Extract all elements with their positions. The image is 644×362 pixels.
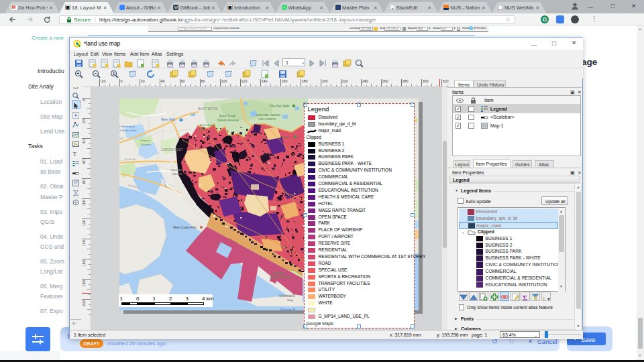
svg-text:Chinese: Chinese <box>140 139 151 142</box>
svg-text:Natur...: Natur... <box>199 127 208 131</box>
svg-text:PANDAN: PANDAN <box>170 168 182 172</box>
svg-text:+: + <box>77 71 80 76</box>
svg-text:Nature Reserve: Nature Reserve <box>270 276 292 279</box>
svg-text:Labrador: Labrador <box>272 272 285 275</box>
svg-text:Haw: Haw <box>215 242 222 245</box>
svg-text:Bukit Timah: Bukit Timah <box>219 115 236 118</box>
svg-text:West Mall: West Mall <box>161 118 175 121</box>
svg-text:Universal S: Universal S <box>279 294 295 298</box>
svg-text:Bukit Batok: Bukit Batok <box>200 123 215 127</box>
svg-text:3e Buroh: 3e Buroh <box>125 158 136 161</box>
svg-text:Σ: Σ <box>523 293 527 301</box>
svg-text:Palawan B: Palawan B <box>280 308 295 310</box>
svg-text:Nature Reserve: Nature Reserve <box>217 119 239 122</box>
svg-text:CATCHMENT: CATCHMENT <box>258 117 277 121</box>
svg-text:d Water Park: d Water Park <box>119 129 137 132</box>
svg-text:T: T <box>73 152 76 158</box>
svg-text:West Coast Pier: West Coast Pier <box>173 226 197 229</box>
svg-text:t Swimming: t Swimming <box>119 125 135 128</box>
svg-text:1: 1 <box>113 71 115 76</box>
svg-text:Park: Park <box>280 245 287 248</box>
svg-text:JURONG EAST: JURONG EAST <box>161 148 183 152</box>
svg-text:Garden: Garden <box>141 143 151 146</box>
svg-text:−: − <box>95 71 97 76</box>
svg-text:ST: ST <box>119 137 123 140</box>
svg-text:Sing: Sing <box>287 298 293 302</box>
svg-text:ε: ε <box>543 294 545 300</box>
svg-text:TreeTop Walk: TreeTop Walk <box>270 105 290 108</box>
svg-text:BUKIT BATOK: BUKIT BATOK <box>198 107 219 111</box>
svg-text:sapore: sapore <box>280 135 289 139</box>
svg-text:GARDE: GARDE <box>172 172 182 176</box>
svg-text:CENTRAL WATER: CENTRAL WATER <box>256 113 280 117</box>
